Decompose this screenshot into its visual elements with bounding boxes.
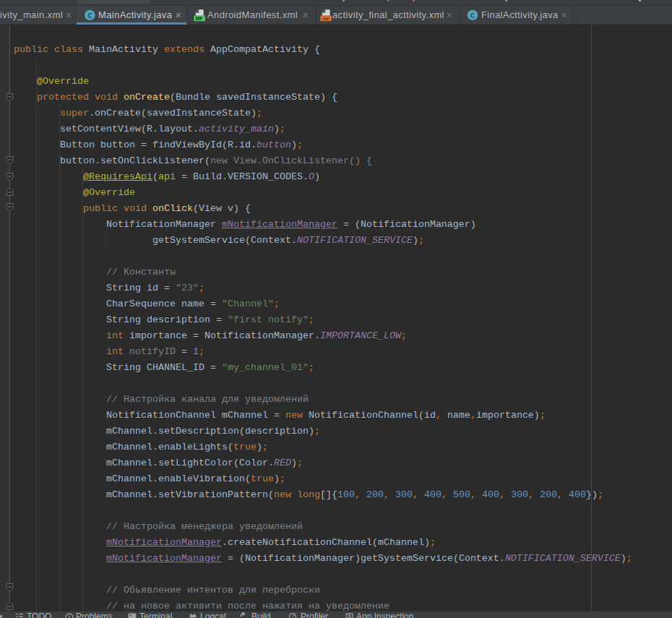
svg-text:MF: MF xyxy=(196,16,204,21)
svg-text:C: C xyxy=(87,12,92,20)
svg-text:</>: </> xyxy=(322,17,329,21)
svg-text:C: C xyxy=(470,12,475,20)
